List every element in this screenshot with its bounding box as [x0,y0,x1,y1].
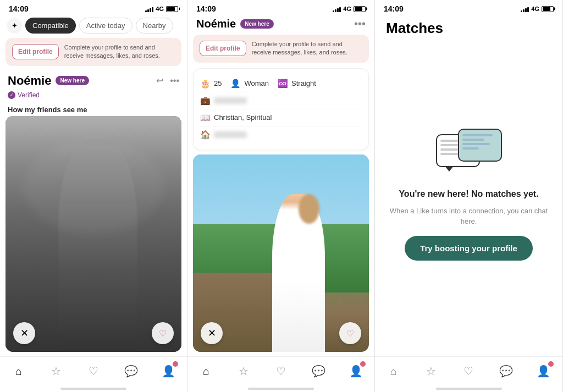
matches-empty-state: You're new here! No matches yet. When a … [375,37,562,352]
notification-badge-1 [173,361,178,367]
edit-profile-banner-2: Edit profile Complete your profile to se… [193,35,369,63]
profile-header-2: Noémie New here ••• [187,15,374,35]
home-indicator-2 [248,388,314,390]
profile-name-1: Noémie [8,74,51,88]
boost-profile-button[interactable]: Try boosting your profile [405,236,533,261]
nav-profile-1[interactable]: 👤 [158,361,178,381]
nav-star-2[interactable]: ☆ [234,361,253,381]
nav-heart-2[interactable]: ♡ [271,361,291,381]
gender-value: Woman [244,79,269,87]
notification-badge-3 [548,361,554,367]
bottom-nav-2: ⌂ ☆ ♡ 💬 👤 [187,356,374,388]
dislike-button-1[interactable]: ✕ [13,322,35,344]
photo-label-1: How my friends see me [0,103,187,116]
photo-background-1 [5,116,181,352]
status-time-3: 14:09 [384,4,404,13]
profile-actions-1: ↩ ••• [156,75,179,86]
panel-matches: 14:09 4G Matches [375,0,563,392]
chat-line-5 [462,134,493,136]
verified-row-1: Verified [0,91,187,103]
home-indicator-3 [436,388,502,390]
nav-profile-2[interactable]: 👤 [346,361,366,381]
chat-line-6 [462,139,484,141]
new-here-badge-1: New here [56,76,89,85]
profile-photo-2: ✕ ♡ [193,154,369,352]
edit-profile-banner-1: Edit profile Complete your profile to se… [5,38,181,66]
tab-active-today[interactable]: Active today [79,18,133,34]
nav-home-1[interactable]: ⌂ [9,361,29,381]
nav-heart-3[interactable]: ♡ [459,361,478,381]
undo-icon-1[interactable]: ↩ [156,75,163,86]
info-row-1: 🎂 25 👤 Woman ♾️ Straight [200,75,362,92]
nav-star-1[interactable]: ☆ [46,361,66,381]
nav-home-3[interactable]: ⌂ [384,361,404,381]
status-icons-3: 4G [521,5,554,12]
orientation-icon: ♾️ [278,79,288,89]
more-icon-1[interactable]: ••• [170,76,179,86]
status-bar-1: 14:09 4G [0,0,187,15]
network-label-2: 4G [343,5,351,12]
no-matches-subtitle: When a Like turns into a connection, you… [386,206,551,227]
home-indicator-1 [60,388,126,390]
profile-name-area-2: Noémie New here [196,18,274,30]
nav-heart-1[interactable]: ♡ [84,361,103,381]
tab-bar-1: ✦ Compatible Active today Nearby [0,15,187,38]
location-icon: 🏠 [200,130,211,140]
edit-profile-button-2[interactable]: Edit profile [200,41,246,56]
network-label-3: 4G [531,5,539,12]
religion-icon: 📖 [200,113,211,123]
profile-name-area-1: Noémie New here [8,74,89,88]
tab-compatible[interactable]: Compatible [25,18,76,34]
bottom-nav-3: ⌂ ☆ ♡ 💬 👤 [375,356,562,388]
photo-background-2 [193,154,369,352]
age-icon: 🎂 [200,79,211,89]
signal-icon-1 [145,5,153,12]
bottom-nav-1: ⌂ ☆ ♡ 💬 👤 [0,356,187,388]
dislike-button-2[interactable]: ✕ [201,322,223,344]
info-orientation: ♾️ Straight [278,79,316,89]
edit-profile-button-1[interactable]: Edit profile [12,44,59,59]
new-here-badge-2: New here [240,19,273,29]
job-value-blurred [214,97,247,104]
profile-header-1: Noémie New here ↩ ••• [0,71,187,91]
like-button-2[interactable]: ♡ [339,322,361,344]
nav-chat-3[interactable]: 💬 [496,361,516,381]
matches-title: Matches [375,15,562,37]
like-button-1[interactable]: ♡ [152,322,174,344]
tab-nearby[interactable]: Nearby [136,18,173,34]
panel-compatible: 14:09 4G ✦ Compatible Active today Nearb… [0,0,187,392]
nav-star-3[interactable]: ☆ [421,361,441,381]
chat-illustration [436,129,502,178]
religion-value: Christian, Spiritual [214,113,272,122]
info-row-2: 💼 [200,92,362,109]
battery-icon-1 [166,6,178,12]
nav-chat-2[interactable]: 💬 [308,361,328,381]
sparkle-icon[interactable]: ✦ [7,18,22,34]
verified-label-1: Verified [18,91,40,99]
gender-icon: 👤 [230,79,241,89]
info-age: 🎂 25 [200,79,222,89]
no-matches-title: You're new here! No matches yet. [399,189,538,199]
verified-icon-1 [8,91,15,99]
nav-profile-3[interactable]: 👤 [534,361,554,381]
more-icon-2[interactable]: ••• [354,18,366,30]
nav-home-2[interactable]: ⌂ [196,361,216,381]
info-job: 💼 [200,96,247,106]
chat-line-8 [462,147,479,150]
edit-profile-text-1: Complete your profile to send and receiv… [64,43,175,60]
chat-line-4 [440,153,460,155]
status-icons-2: 4G [333,5,366,12]
job-icon: 💼 [200,96,211,106]
age-value: 25 [214,79,222,87]
profile-photo-1: ✕ ♡ [5,116,181,352]
chat-lines-container-right [459,130,501,154]
status-time-1: 14:09 [9,4,29,13]
chat-line-7 [462,143,490,145]
nav-chat-1[interactable]: 💬 [121,361,141,381]
battery-icon-3 [542,6,554,12]
battery-icon-2 [354,6,366,12]
status-time-2: 14:09 [196,4,216,13]
info-location: 🏠 [200,130,247,140]
panel-profile-detail: 14:09 4G Noémie New here ••• Edit profil… [187,0,375,392]
status-icons-1: 4G [145,5,178,12]
